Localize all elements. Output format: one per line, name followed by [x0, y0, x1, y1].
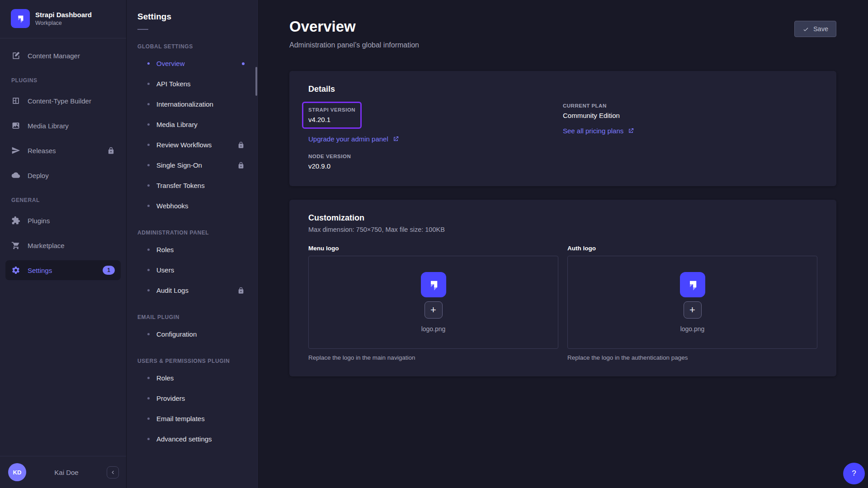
pricing-link-label: See all pricing plans — [563, 127, 623, 135]
subnav-item-label: Transfer Tokens — [156, 182, 205, 189]
subnav-item-users[interactable]: Users — [127, 260, 257, 280]
menu-logo-caption: Replace the logo in the main navigation — [308, 354, 558, 361]
user-name: Kai Doe — [26, 469, 107, 476]
image-icon — [11, 121, 20, 130]
logo-file-name: logo.png — [421, 325, 446, 333]
details-left-column: STRAPI VERSION v4.20.1 Upgrade your admi… — [308, 96, 563, 170]
logo-file-name: logo.png — [680, 325, 705, 333]
sidebar-item-label: Releases — [28, 147, 56, 155]
sidebar-item-label: Plugins — [28, 217, 50, 225]
subnav-item-label: Configuration — [156, 330, 197, 338]
subnav-section-administration-panel: ADMINISTRATION PANEL — [127, 230, 257, 236]
subnav-item-up-roles[interactable]: Roles — [127, 368, 257, 388]
subnav-item-single-sign-on[interactable]: Single Sign-On — [127, 155, 257, 175]
subnav-item-audit-logs[interactable]: Audit Logs — [127, 280, 257, 300]
subnav-item-internationalization[interactable]: Internationalization — [127, 94, 257, 114]
sidebar-item-deploy[interactable]: Deploy — [5, 165, 121, 185]
subnav-item-configuration[interactable]: Configuration — [127, 324, 257, 344]
subnav-item-label: Audit Logs — [156, 286, 189, 294]
workspace-subtitle: Workplace — [35, 20, 92, 26]
menu-logo-label: Menu logo — [308, 245, 558, 252]
save-button[interactable]: Save — [794, 21, 836, 37]
sidebar-item-releases[interactable]: Releases — [5, 141, 121, 160]
sidebar-item-marketplace[interactable]: Marketplace — [5, 235, 121, 255]
sidebar-item-plugins[interactable]: Plugins — [5, 211, 121, 230]
lock-icon — [107, 147, 115, 155]
lock-icon — [237, 287, 245, 294]
avatar[interactable]: KD — [8, 463, 26, 481]
paper-plane-icon — [11, 146, 20, 155]
menu-logo-zone: Menu logo + logo.png Replace the logo in… — [308, 245, 558, 361]
subnav-scrollbar[interactable] — [255, 67, 257, 96]
lock-icon — [237, 162, 245, 169]
pricing-plans-link[interactable]: See all pricing plans — [563, 127, 634, 135]
auth-logo-dropzone[interactable]: + logo.png — [567, 256, 817, 349]
question-mark-icon: ? — [852, 469, 856, 478]
workspace-brand[interactable]: Strapi Dashboard Workplace — [0, 0, 126, 38]
subnav-item-media-library[interactable]: Media Library — [127, 114, 257, 135]
sidebar-item-label: Settings — [28, 267, 52, 274]
subnav-item-admin-roles[interactable]: Roles — [127, 239, 257, 260]
bullet-icon — [147, 377, 150, 379]
bullet-icon — [147, 144, 150, 146]
main-content: Overview Administration panel’s global i… — [258, 0, 868, 488]
subnav-item-label: Advanced settings — [156, 435, 212, 443]
sidebar-item-content-type-builder[interactable]: Content-Type Builder — [5, 91, 121, 111]
upgrade-admin-panel-link[interactable]: Upgrade your admin panel — [308, 135, 399, 143]
subnav-item-webhooks[interactable]: Webhooks — [127, 196, 257, 216]
subnav-item-overview[interactable]: Overview — [127, 53, 257, 74]
subnav-item-email-templates[interactable]: Email templates — [127, 408, 257, 429]
subnav-item-label: Email templates — [156, 415, 205, 422]
subnav-item-label: Users — [156, 266, 174, 274]
subnav-section-email-plugin: EMAIL PLUGIN — [127, 314, 257, 320]
subnav-title-divider — [137, 29, 148, 30]
cart-icon — [11, 241, 20, 250]
auth-logo-label: Auth logo — [567, 245, 817, 252]
subnav-section-global-settings: GLOBAL SETTINGS — [127, 43, 257, 50]
add-logo-button[interactable]: + — [684, 301, 702, 319]
subnav-item-label: Webhooks — [156, 202, 189, 210]
sidebar-item-label: Deploy — [28, 172, 49, 179]
subnav-item-transfer-tokens[interactable]: Transfer Tokens — [127, 175, 257, 196]
sidebar-item-media-library[interactable]: Media Library — [5, 116, 121, 136]
user-area: KD Kai Doe — [0, 456, 126, 488]
subnav-item-api-tokens[interactable]: API Tokens — [127, 74, 257, 94]
current-plan-label: CURRENT PLAN — [563, 103, 817, 108]
subnav-section-users-permissions-plugin: USERS & PERMISSIONS PLUGIN — [127, 358, 257, 364]
grid-icon — [11, 96, 20, 105]
menu-logo-dropzone[interactable]: + logo.png — [308, 256, 558, 349]
collapse-sidebar-button[interactable] — [107, 466, 119, 479]
upgrade-link-label: Upgrade your admin panel — [308, 135, 388, 143]
bullet-icon — [147, 333, 150, 335]
bullet-icon — [147, 62, 150, 65]
bullet-icon — [147, 269, 150, 271]
subnav-item-review-workflows[interactable]: Review Workflows — [127, 135, 257, 155]
help-button[interactable]: ? — [843, 463, 865, 484]
bullet-icon — [147, 418, 150, 420]
bullet-icon — [147, 164, 150, 166]
add-logo-button[interactable]: + — [425, 301, 443, 319]
check-icon — [802, 26, 809, 33]
bullet-icon — [147, 397, 150, 399]
strapi-version-label: STRAPI VERSION — [308, 107, 355, 113]
strapi-logo-icon — [680, 272, 705, 297]
subnav-item-label: Roles — [156, 246, 174, 253]
bullet-icon — [147, 289, 150, 291]
settings-subnav: Settings GLOBAL SETTINGS Overview API To… — [127, 0, 258, 488]
subnav-item-providers[interactable]: Providers — [127, 388, 257, 408]
external-link-icon — [627, 127, 634, 134]
sidebar-item-settings[interactable]: Settings 1 — [5, 260, 121, 280]
main-sidebar: Strapi Dashboard Workplace Content Manag… — [0, 0, 127, 488]
sidebar-item-content-manager[interactable]: Content Manager — [5, 46, 121, 66]
sidebar-item-label: Content Manager — [28, 52, 80, 60]
subnav-item-advanced-settings[interactable]: Advanced settings — [127, 429, 257, 449]
subnav-item-label: Roles — [156, 374, 174, 382]
bullet-icon — [147, 249, 150, 251]
notification-badge: 1 — [103, 266, 115, 275]
auth-logo-zone: Auth logo + logo.png Replace the logo in… — [567, 245, 817, 361]
subnav-item-label: Providers — [156, 394, 185, 402]
subnav-item-label: Overview — [156, 60, 185, 67]
strapi-logo-icon — [421, 272, 446, 297]
bullet-icon — [147, 123, 150, 126]
node-version-value: v20.9.0 — [308, 162, 563, 170]
